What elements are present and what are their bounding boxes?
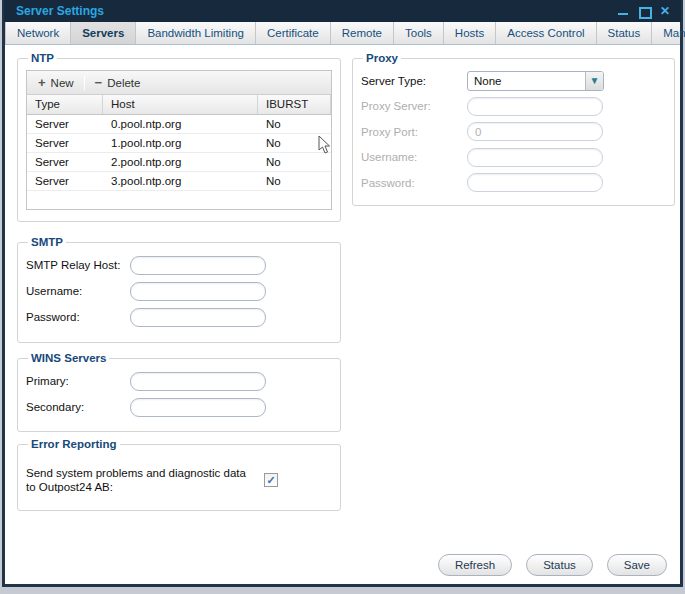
toolbar-separator [84,76,85,90]
proxy-username-row: Username: [361,145,666,171]
status-button[interactable]: Status [526,554,593,576]
ntp-toolbar: + New − Delete [27,71,331,95]
cell-type: Server [27,153,103,171]
server-type-label: Server Type: [361,75,465,87]
proxy-password-label: Password: [361,177,465,189]
server-settings-dialog: Server Settings ✕ Network Servers Bandwi… [2,0,683,587]
proxy-port-row: Proxy Port: [361,119,666,145]
wins-secondary-label: Secondary: [26,401,130,413]
wins-legend: WINS Servers [28,352,109,364]
tab-hosts[interactable]: Hosts [444,22,496,44]
smtp-relay-host-row: SMTP Relay Host: [26,252,332,278]
server-type-select[interactable]: None ▼ [467,71,604,91]
proxy-password-field [467,173,603,192]
title-bar: Server Settings ✕ [4,0,681,22]
cell-type: Server [27,115,103,133]
tab-remote[interactable]: Remote [331,22,394,44]
wins-primary-label: Primary: [26,375,130,387]
table-row[interactable]: Server 3.pool.ntp.org No [27,172,331,191]
save-button[interactable]: Save [607,554,667,576]
cell-iburst: No [258,172,331,190]
smtp-password-row: Password: [26,304,332,330]
proxy-username-label: Username: [361,151,465,163]
wins-primary-field[interactable] [130,372,266,391]
smtp-relay-host-field[interactable] [130,256,266,275]
new-button-label: New [51,77,74,89]
tab-certificate[interactable]: Certificate [256,22,331,44]
minus-icon: − [95,77,103,88]
proxy-server-row: Proxy Server: [361,94,666,120]
window-controls: ✕ [617,5,671,17]
table-row[interactable]: Server 1.pool.ntp.org No [27,134,331,153]
refresh-button[interactable]: Refresh [438,554,512,576]
proxy-port-field [467,122,603,141]
ntp-legend: NTP [28,52,57,64]
maximize-icon[interactable] [638,5,650,17]
smtp-relay-host-label: SMTP Relay Host: [26,259,130,271]
cell-iburst: No [258,153,331,171]
column-header-host[interactable]: Host [103,95,258,114]
delete-button-label: Delete [107,77,140,89]
proxy-legend: Proxy [363,52,401,64]
smtp-legend: SMTP [28,236,66,248]
window-title: Server Settings [16,4,104,18]
error-reporting-legend: Error Reporting [28,438,120,450]
proxy-port-label: Proxy Port: [361,126,465,138]
close-icon[interactable]: ✕ [659,5,671,17]
proxy-username-field [467,148,603,167]
tab-bar: Network Servers Bandwidth Limiting Certi… [5,22,680,45]
smtp-username-field[interactable] [130,282,266,301]
tab-tools[interactable]: Tools [394,22,444,44]
cell-iburst: No [258,134,331,152]
proxy-password-row: Password: [361,170,666,196]
wins-secondary-field[interactable] [130,398,266,417]
proxy-section: Proxy Server Type: None ▼ Proxy Server: … [352,52,675,206]
cell-host: 2.pool.ntp.org [103,153,258,171]
table-row[interactable]: Server 2.pool.ntp.org No [27,153,331,172]
tab-status[interactable]: Status [597,22,653,44]
smtp-password-field[interactable] [130,308,266,327]
tab-management[interactable]: Management [652,22,685,44]
ntp-grid: + New − Delete Type Host IBURST Server [26,70,332,210]
ntp-table-header: Type Host IBURST [27,95,331,115]
wins-secondary-row: Secondary: [26,394,332,420]
plus-icon: + [38,77,46,88]
smtp-password-label: Password: [26,311,130,323]
error-reporting-checkbox-label: Send system problems and diagnostic data… [26,466,254,495]
smtp-section: SMTP SMTP Relay Host: Username: Password… [17,236,341,343]
tab-servers[interactable]: Servers [71,22,136,44]
cell-host: 0.pool.ntp.org [103,115,258,133]
table-row[interactable]: Server 0.pool.ntp.org No [27,115,331,134]
footer-button-bar: Refresh Status Save [438,554,667,576]
ntp-section: NTP + New − Delete Type Host IBUR [17,52,341,222]
cell-type: Server [27,172,103,190]
servers-tab-panel: NTP + New − Delete Type Host IBUR [5,45,680,584]
new-button[interactable]: + New [31,75,81,91]
wins-section: WINS Servers Primary: Secondary: [17,352,341,432]
minimize-icon[interactable] [617,5,629,17]
wins-primary-row: Primary: [26,368,332,394]
check-icon: ✓ [266,474,275,487]
column-header-type[interactable]: Type [27,95,103,114]
smtp-username-row: Username: [26,278,332,304]
cell-host: 3.pool.ntp.org [103,172,258,190]
smtp-username-label: Username: [26,285,130,297]
server-type-value: None [468,72,585,90]
error-reporting-checkbox[interactable]: ✓ [264,473,278,487]
error-reporting-section: Error Reporting Send system problems and… [17,438,341,511]
tab-network[interactable]: Network [5,22,71,44]
chevron-down-icon[interactable]: ▼ [585,72,603,90]
proxy-server-field [467,97,603,116]
cell-iburst: No [258,115,331,133]
proxy-server-label: Proxy Server: [361,100,465,112]
server-type-row: Server Type: None ▼ [361,68,666,94]
tab-bandwidth-limiting[interactable]: Bandwidth Limiting [136,22,256,44]
delete-button[interactable]: − Delete [88,75,148,91]
tab-access-control[interactable]: Access Control [496,22,596,44]
cell-host: 1.pool.ntp.org [103,134,258,152]
cell-type: Server [27,134,103,152]
column-header-iburst[interactable]: IBURST [258,95,331,114]
